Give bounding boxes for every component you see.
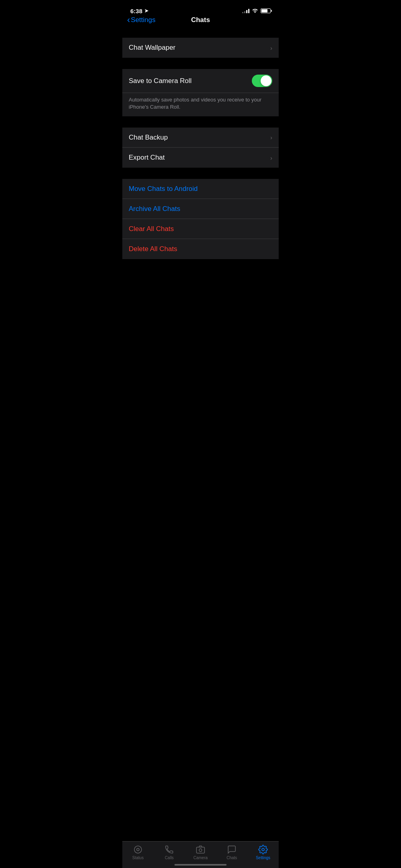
export-chat-chevron-icon: › bbox=[270, 154, 272, 161]
location-arrow-icon: ➤ bbox=[144, 8, 148, 14]
back-button[interactable]: ‹ Settings bbox=[127, 15, 156, 25]
archive-all-chats-label: Archive All Chats bbox=[129, 205, 180, 213]
section-gap-3 bbox=[122, 116, 279, 128]
bottom-spacer bbox=[122, 259, 279, 339]
clear-all-chats-row[interactable]: Clear All Chats bbox=[122, 219, 279, 239]
time-display: 6:38 bbox=[130, 8, 142, 14]
section-backup-export: Chat Backup › Export Chat › bbox=[122, 128, 279, 168]
chat-backup-row[interactable]: Chat Backup › bbox=[122, 128, 279, 148]
section-gap-2 bbox=[122, 58, 279, 69]
save-camera-roll-row[interactable]: Save to Camera Roll bbox=[122, 69, 279, 93]
save-camera-roll-toggle[interactable] bbox=[252, 75, 272, 87]
chat-backup-label: Chat Backup bbox=[129, 134, 168, 142]
wifi-icon bbox=[252, 8, 258, 14]
move-chats-android-row[interactable]: Move Chats to Android bbox=[122, 179, 279, 199]
navigation-header: ‹ Settings Chats bbox=[122, 19, 279, 26]
chevron-right-icon: › bbox=[270, 45, 272, 51]
section-actions: Move Chats to Android Archive All Chats … bbox=[122, 179, 279, 259]
save-camera-roll-label: Save to Camera Roll bbox=[129, 77, 192, 85]
archive-all-chats-row[interactable]: Archive All Chats bbox=[122, 199, 279, 219]
section-gap-4 bbox=[122, 168, 279, 179]
page-title: Chats bbox=[191, 16, 210, 24]
section-wallpaper: Chat Wallpaper › bbox=[122, 38, 279, 58]
back-chevron-icon: ‹ bbox=[127, 15, 130, 25]
camera-roll-description: Automatically save photos and videos you… bbox=[122, 93, 279, 116]
section-camera-roll: Save to Camera Roll Automatically save p… bbox=[122, 69, 279, 116]
status-icons bbox=[242, 8, 271, 14]
toggle-thumb bbox=[261, 75, 271, 86]
chat-wallpaper-row[interactable]: Chat Wallpaper › bbox=[122, 38, 279, 58]
section-gap-1 bbox=[122, 26, 279, 38]
back-label[interactable]: Settings bbox=[131, 16, 155, 24]
export-chat-row[interactable]: Export Chat › bbox=[122, 148, 279, 168]
chat-wallpaper-label: Chat Wallpaper bbox=[129, 44, 176, 52]
battery-icon bbox=[261, 8, 271, 13]
move-chats-android-label: Move Chats to Android bbox=[129, 185, 198, 193]
clear-all-chats-label: Clear All Chats bbox=[129, 225, 174, 233]
status-time-area: 6:38 ➤ bbox=[130, 8, 148, 14]
signal-icon bbox=[242, 8, 249, 13]
export-chat-label: Export Chat bbox=[129, 154, 165, 162]
camera-roll-desc-text: Automatically save photos and videos you… bbox=[129, 96, 272, 111]
chat-backup-chevron-icon: › bbox=[270, 134, 272, 141]
delete-all-chats-label: Delete All Chats bbox=[129, 245, 177, 253]
delete-all-chats-row[interactable]: Delete All Chats bbox=[122, 239, 279, 259]
